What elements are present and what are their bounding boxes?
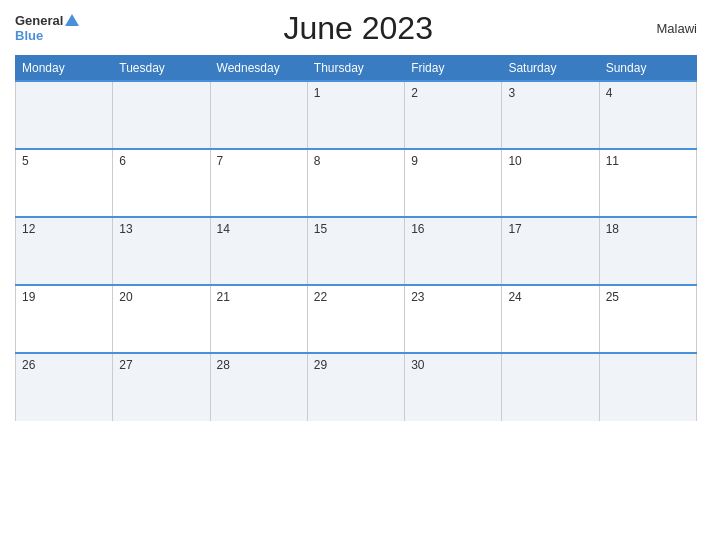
calendar-day-cell: 13 xyxy=(113,217,210,285)
calendar-day-cell: 16 xyxy=(405,217,502,285)
calendar-day-cell: 5 xyxy=(16,149,113,217)
calendar-day-cell xyxy=(502,353,599,421)
col-thursday: Thursday xyxy=(307,56,404,82)
calendar-page: General Blue June 2023 Malawi Monday Tue… xyxy=(0,0,712,550)
calendar-day-cell xyxy=(16,81,113,149)
calendar-week-row: 19202122232425 xyxy=(16,285,697,353)
calendar-day-cell: 12 xyxy=(16,217,113,285)
col-monday: Monday xyxy=(16,56,113,82)
calendar-day-cell: 4 xyxy=(599,81,696,149)
calendar-table: Monday Tuesday Wednesday Thursday Friday… xyxy=(15,55,697,421)
calendar-day-cell: 11 xyxy=(599,149,696,217)
logo-triangle-icon xyxy=(65,14,79,26)
calendar-day-cell: 20 xyxy=(113,285,210,353)
calendar-week-row: 567891011 xyxy=(16,149,697,217)
calendar-day-cell: 24 xyxy=(502,285,599,353)
calendar-week-row: 1234 xyxy=(16,81,697,149)
calendar-day-cell: 7 xyxy=(210,149,307,217)
col-friday: Friday xyxy=(405,56,502,82)
calendar-day-cell: 28 xyxy=(210,353,307,421)
col-tuesday: Tuesday xyxy=(113,56,210,82)
calendar-day-cell: 21 xyxy=(210,285,307,353)
calendar-day-cell: 2 xyxy=(405,81,502,149)
calendar-header-row: Monday Tuesday Wednesday Thursday Friday… xyxy=(16,56,697,82)
logo-text-block: General Blue xyxy=(15,14,79,43)
calendar-day-cell: 22 xyxy=(307,285,404,353)
logo-blue-text: Blue xyxy=(15,29,43,43)
calendar-week-row: 12131415161718 xyxy=(16,217,697,285)
calendar-day-cell xyxy=(210,81,307,149)
calendar-day-cell: 18 xyxy=(599,217,696,285)
calendar-day-cell: 3 xyxy=(502,81,599,149)
header: General Blue June 2023 Malawi xyxy=(15,10,697,47)
calendar-day-cell: 19 xyxy=(16,285,113,353)
calendar-day-cell: 27 xyxy=(113,353,210,421)
col-sunday: Sunday xyxy=(599,56,696,82)
calendar-week-row: 2627282930 xyxy=(16,353,697,421)
calendar-day-cell: 30 xyxy=(405,353,502,421)
calendar-day-cell xyxy=(113,81,210,149)
calendar-day-cell: 9 xyxy=(405,149,502,217)
calendar-day-cell: 26 xyxy=(16,353,113,421)
calendar-day-cell: 10 xyxy=(502,149,599,217)
calendar-day-cell: 6 xyxy=(113,149,210,217)
calendar-day-cell xyxy=(599,353,696,421)
calendar-day-cell: 23 xyxy=(405,285,502,353)
calendar-day-cell: 1 xyxy=(307,81,404,149)
country-label: Malawi xyxy=(637,21,697,36)
logo-general-text: General xyxy=(15,14,63,28)
col-wednesday: Wednesday xyxy=(210,56,307,82)
calendar-day-cell: 8 xyxy=(307,149,404,217)
logo: General Blue xyxy=(15,14,79,43)
col-saturday: Saturday xyxy=(502,56,599,82)
calendar-day-cell: 25 xyxy=(599,285,696,353)
calendar-day-cell: 15 xyxy=(307,217,404,285)
calendar-title: June 2023 xyxy=(79,10,637,47)
calendar-day-cell: 29 xyxy=(307,353,404,421)
calendar-day-cell: 14 xyxy=(210,217,307,285)
calendar-day-cell: 17 xyxy=(502,217,599,285)
